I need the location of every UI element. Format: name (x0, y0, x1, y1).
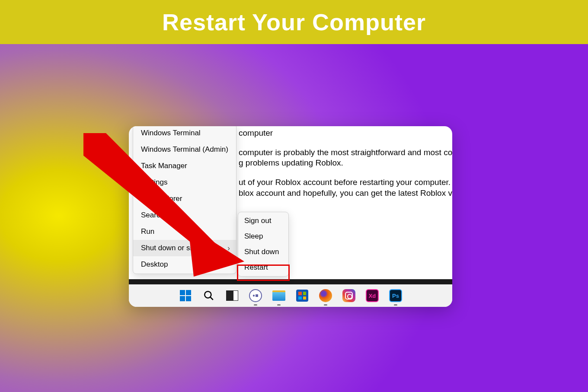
taskbar-file-explorer-button[interactable] (272, 288, 286, 303)
submenu-restart[interactable]: Restart (238, 260, 288, 275)
text-fragment: computer (239, 128, 452, 139)
menu-settings[interactable]: Settings (133, 174, 236, 191)
menu-search[interactable]: Search (133, 207, 236, 223)
windows-logo-icon (180, 290, 191, 301)
title-banner: Restart Your Computer (0, 0, 588, 44)
svg-point-0 (205, 291, 211, 298)
taskbar-chat-button[interactable] (248, 288, 263, 303)
text-fragment: computer is probably the most straightfo… (239, 147, 452, 158)
svg-line-1 (210, 297, 213, 300)
submenu-sleep[interactable]: Sleep (238, 229, 288, 244)
window-border-strip (129, 279, 452, 284)
taskbar-instagram-button[interactable] (342, 288, 356, 303)
taskbar-photoshop-button[interactable]: Ps (388, 288, 403, 303)
taskbar-firefox-button[interactable] (318, 288, 333, 303)
start-button[interactable] (178, 288, 193, 303)
taskbar-adobe-xd-button[interactable]: Xd (365, 288, 380, 303)
text-fragment: blox account and hopefully, you can get … (239, 188, 452, 199)
chat-icon (249, 289, 262, 302)
instagram-icon (342, 289, 355, 302)
winx-menu: Windows Terminal Windows Terminal (Admin… (133, 126, 236, 274)
menu-shutdown-signout[interactable]: Shut down or sign out (133, 240, 236, 256)
microsoft-store-icon (296, 290, 308, 302)
text-fragment: ut of your Roblox account before restart… (239, 177, 452, 188)
menu-file-explorer[interactable]: File Explorer (133, 191, 236, 207)
task-view-icon (226, 290, 238, 301)
text-fragment: g problems updating Roblox. (239, 158, 452, 169)
file-explorer-icon (272, 290, 285, 301)
submenu-shut-down[interactable]: Shut down (238, 244, 288, 260)
menu-desktop[interactable]: Desktop (133, 256, 236, 273)
menu-windows-terminal[interactable]: Windows Terminal (133, 126, 236, 141)
taskbar: Xd Ps (129, 284, 452, 307)
taskbar-search-button[interactable] (201, 288, 216, 303)
power-submenu: Sign out Sleep Shut down Restart (238, 212, 289, 277)
search-icon (203, 290, 214, 301)
page-title: Restart Your Computer (162, 9, 426, 35)
menu-windows-terminal-admin[interactable]: Windows Terminal (Admin) (133, 141, 236, 158)
taskbar-microsoft-store-button[interactable] (295, 288, 310, 303)
submenu-sign-out[interactable]: Sign out (238, 213, 288, 229)
menu-run[interactable]: Run (133, 223, 236, 240)
menu-task-manager[interactable]: Task Manager (133, 158, 236, 174)
task-view-button[interactable] (225, 288, 240, 303)
svg-point-2 (253, 295, 255, 296)
photoshop-icon: Ps (389, 289, 402, 302)
windows-screenshot: computer computer is probably the most s… (129, 126, 452, 307)
adobe-xd-icon: Xd (366, 289, 379, 302)
article-fragment: computer computer is probably the most s… (239, 128, 452, 198)
firefox-icon (319, 289, 332, 302)
